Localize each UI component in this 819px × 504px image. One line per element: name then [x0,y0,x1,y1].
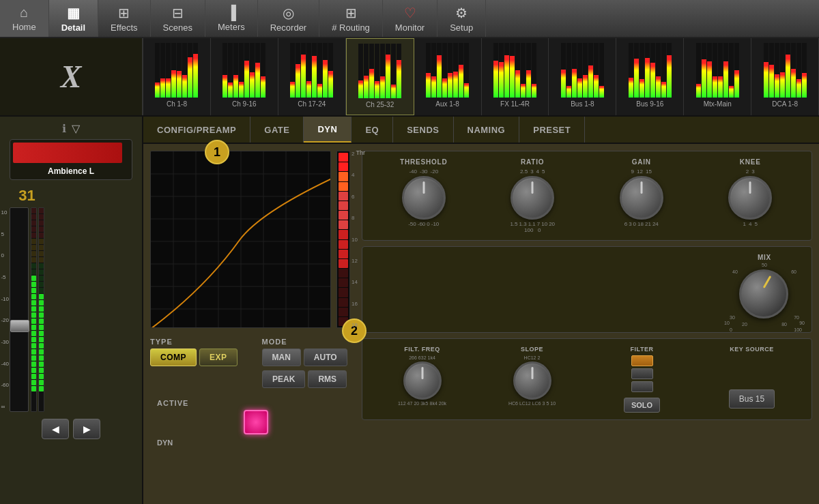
routing-icon: ⊞ [345,5,357,21]
bus15-button[interactable]: Bus 15 [729,389,775,409]
mode-buttons: MAN AUTO [262,349,347,366]
fader-knob[interactable] [10,320,29,332]
fader-track[interactable]: 10 5 0 -5 -10 -20 -30 -40 -60 ∞ [10,207,29,412]
level-meter-vertical [336,151,350,328]
main-content: ℹ ▽ Ambience L 31 10 5 0 -5 -1 [0,117,819,504]
nav-recorder-label: Recorder [270,23,306,33]
meter-bars [357,42,403,100]
bottom-knobs-panel: FILT. FREQ 2666321k4 11247203k58k420k SL… [362,338,812,420]
meter-bars [154,41,199,99]
meter-bars [560,41,605,99]
meter-group-ch-9-16[interactable]: Ch 9-16 [211,38,278,115]
meter-group-bus-1-8[interactable]: Bus 1-8 [549,38,616,115]
meter-group-label: DCA 1-8 [772,100,798,108]
nav-routing-label: # Routing [332,23,370,33]
wifi-icon: ▽ [72,122,80,135]
tab-dyn[interactable]: DYN [304,117,351,143]
meter-group-label: Aux 1-8 [435,100,459,108]
home-icon: ⌂ [20,5,28,20]
nav-monitor[interactable]: ♡ Monitor [383,0,437,37]
ratio-knob-section: RATIO 2.5345 1.51.31.171020 100 0 [481,158,585,233]
mode-section: MODE MAN AUTO PEAK RMS [262,338,347,392]
filter-shape-3[interactable] [631,381,653,392]
mix-knob[interactable] [739,269,788,318]
tab-naming[interactable]: NAMING [454,117,520,143]
meter-bars [221,41,267,99]
type-label: TYPE [150,338,238,346]
meter-group-ch-1-8[interactable]: Ch 1-8 [143,38,211,115]
knee-knob[interactable] [728,176,772,220]
next-button[interactable]: ▶ [73,419,100,439]
nav-meters-label: Meters [218,22,245,32]
key-source-title: KEY SOURCE [730,346,773,353]
filter-section: FILTER SOLO [589,346,695,413]
meter-groups: Ch 1-8Ch 9-16Ch 17-24Ch 25-32Aux 1-8FX 1… [143,38,819,115]
nav-effects[interactable]: ⊞ Effects [98,0,151,37]
tabs-bar: CONFIG/PREAMP GATE DYN EQ SENDS NAMING P… [143,117,819,144]
filter-shape-1[interactable] [631,355,653,366]
rms-button[interactable]: RMS [308,370,347,388]
nav-recorder[interactable]: ◎ Recorder [258,0,319,37]
top-navigation: ⌂ Home ▦ Detail ⊞ Effects ⊟ Scenes ▐ Met… [0,0,819,38]
filter-title: FILTER [631,346,654,353]
slope-knob[interactable] [513,361,551,400]
meter-group-dca-1-8[interactable]: DCA 1-8 [751,38,819,115]
meter-group-fx-1l-4r[interactable]: FX 1L-4R [482,38,549,115]
peak-rms-buttons: PEAK RMS [262,370,347,388]
gain-knob[interactable] [620,176,663,220]
meter-group-label: Bus 1-8 [571,100,594,108]
tab-config[interactable]: CONFIG/PREAMP [143,117,250,143]
tab-sends[interactable]: SENDS [393,117,453,143]
nav-home-label: Home [12,22,36,32]
nav-scenes[interactable]: ⊟ Scenes [151,0,205,37]
info-icon[interactable]: ℹ [62,122,66,135]
filt-freq-title: FILT. FREQ [404,346,440,353]
meter-bars [425,41,470,99]
threshold-knob[interactable] [402,176,446,220]
prev-button[interactable]: ◀ [42,419,69,439]
tab-preset[interactable]: PRESET [519,117,585,143]
gain-title: GAIN [632,158,651,166]
tab-eq[interactable]: EQ [351,117,393,143]
mix-title: MIX [758,254,771,261]
auto-button[interactable]: AUTO [304,349,347,366]
filt-freq-section: FILT. FREQ 2666321k4 11247203k58k420k [369,346,475,413]
nav-monitor-label: Monitor [395,23,425,33]
meter-group-aux-1-8[interactable]: Aux 1-8 [414,38,482,115]
fader-area: 31 10 5 0 -5 -10 -20 -30 -40 - [10,184,132,412]
nav-setup[interactable]: ⚙ Setup [437,0,486,37]
setup-icon: ⚙ [455,5,468,21]
filter-shape-2[interactable] [631,368,653,379]
nav-meters[interactable]: ▐ Meters [205,0,258,37]
nav-routing[interactable]: ⊞ # Routing [319,0,383,37]
left-panel: ℹ ▽ Ambience L 31 10 5 0 -5 -1 [0,117,143,504]
nav-home[interactable]: ⌂ Home [0,0,49,37]
nav-detail[interactable]: ▦ Detail [49,0,98,37]
solo-button[interactable]: SOLO [624,398,660,413]
recorder-icon: ◎ [283,5,294,21]
ratio-knob[interactable] [511,176,554,220]
meter-group-label: Ch 17-24 [298,100,326,108]
man-button[interactable]: MAN [262,349,301,366]
badge-1: 1 [205,140,229,164]
meter-group-ch-17-24[interactable]: Ch 17-24 [278,38,346,115]
top-knobs-panel: THRESHOLD -40-30-20 -50-600-10 RATIO [362,151,812,241]
meter-bars [695,41,741,99]
tab-gate[interactable]: GATE [250,117,304,143]
monitor-icon: ♡ [404,5,416,21]
meter-bars [289,41,334,99]
comp-button[interactable]: COMP [150,349,197,366]
meter-group-ch-25-32[interactable]: Ch 25-32 [346,38,414,115]
filt-freq-knob[interactable] [403,361,442,400]
effects-icon: ⊞ [118,5,130,21]
peak-button[interactable]: PEAK [262,370,305,388]
active-light[interactable] [244,410,268,434]
active-label: ACTIVE [157,399,188,407]
meter-group-bus-9-16[interactable]: Bus 9-16 [616,38,684,115]
vu-meters [31,207,44,412]
meter-group-mtx-main[interactable]: Mtx-Main [684,38,751,115]
exp-button[interactable]: EXP [199,349,238,366]
right-panel: CONFIG/PREAMP GATE DYN EQ SENDS NAMING P… [143,117,819,504]
dyn-left-section: 1 [150,151,355,497]
mode-label: MODE [262,338,347,346]
